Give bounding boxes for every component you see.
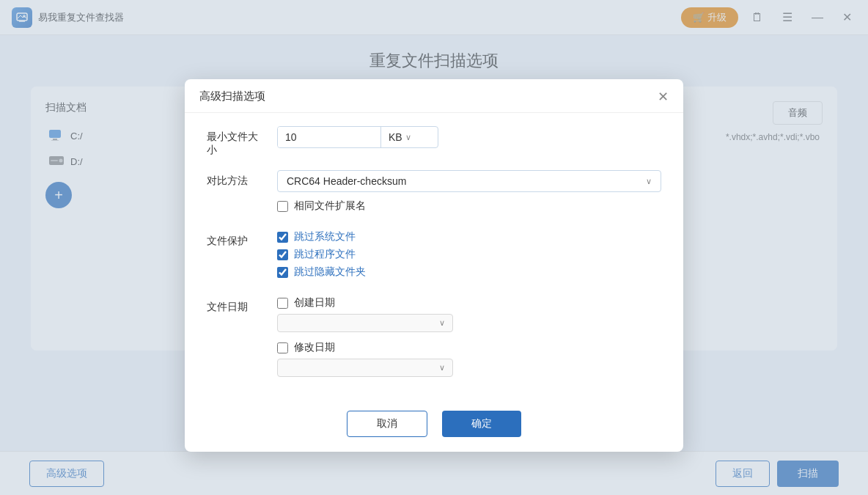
skip-hidden-folders-row: 跳过隐藏文件夹 [277, 265, 661, 279]
min-file-size-control: KB ∨ [277, 126, 661, 148]
size-unit-label: KB [389, 131, 402, 143]
create-date-checkbox[interactable] [277, 298, 288, 309]
dialog-body: 最小文件大小 KB ∨ 对比方法 CRC64 Header-checksum ∨ [185, 113, 683, 403]
dialog-header: 高级扫描选项 ✕ [185, 79, 683, 113]
modify-date-label: 修改日期 [294, 341, 335, 354]
dialog-cancel-button[interactable]: 取消 [347, 411, 427, 437]
create-date-label: 创建日期 [294, 296, 335, 309]
file-protection-row: 文件保护 跳过系统文件 跳过程序文件 跳过隐藏文件夹 [207, 230, 661, 283]
file-protection-control: 跳过系统文件 跳过程序文件 跳过隐藏文件夹 [277, 230, 661, 283]
skip-program-files-row: 跳过程序文件 [277, 248, 661, 261]
file-date-label: 文件日期 [207, 296, 265, 314]
compare-method-select[interactable]: CRC64 Header-checksum ∨ [277, 170, 661, 192]
size-unit-select[interactable]: KB ∨ [380, 127, 419, 147]
min-file-size-row: 最小文件大小 KB ∨ [207, 126, 661, 157]
modify-date-select[interactable]: ∨ [277, 359, 453, 377]
skip-program-files-label: 跳过程序文件 [294, 248, 356, 261]
compare-method-label: 对比方法 [207, 170, 265, 188]
compare-method-chevron-icon: ∨ [646, 177, 652, 186]
modify-date-checkbox-row: 修改日期 [277, 341, 661, 354]
compare-method-control: CRC64 Header-checksum ∨ 相同文件扩展名 [277, 170, 661, 217]
min-file-size-label: 最小文件大小 [207, 126, 265, 157]
size-unit-chevron-icon: ∨ [405, 133, 411, 142]
skip-system-files-row: 跳过系统文件 [277, 230, 661, 243]
create-date-checkbox-row: 创建日期 [277, 296, 661, 309]
skip-hidden-folders-label: 跳过隐藏文件夹 [294, 265, 366, 279]
same-extension-checkbox[interactable] [277, 201, 288, 212]
compare-method-value: CRC64 Header-checksum [287, 175, 406, 187]
skip-hidden-folders-checkbox[interactable] [277, 267, 288, 278]
dialog-confirm-button[interactable]: 确定 [442, 411, 521, 437]
dialog-footer: 取消 确定 [185, 411, 683, 437]
create-date-select[interactable]: ∨ [277, 314, 453, 332]
same-extension-row: 相同文件扩展名 [277, 199, 661, 213]
file-protection-label: 文件保护 [207, 230, 265, 248]
skip-system-files-label: 跳过系统文件 [294, 230, 356, 243]
create-date-chevron-icon: ∨ [439, 318, 445, 328]
modify-date-chevron-icon: ∨ [439, 363, 445, 373]
modify-date-checkbox[interactable] [277, 342, 288, 353]
size-input-container: KB ∨ [277, 126, 438, 148]
advanced-scan-dialog: 高级扫描选项 ✕ 最小文件大小 KB ∨ 对比方法 CRC64 Head [185, 79, 683, 452]
dialog-close-button[interactable]: ✕ [658, 90, 669, 103]
dialog-title: 高级扫描选项 [199, 89, 265, 103]
compare-method-row: 对比方法 CRC64 Header-checksum ∨ 相同文件扩展名 [207, 170, 661, 217]
skip-program-files-checkbox[interactable] [277, 249, 288, 260]
same-extension-label: 相同文件扩展名 [294, 199, 366, 213]
skip-system-files-checkbox[interactable] [277, 232, 288, 243]
file-date-row: 文件日期 创建日期 ∨ 修改日期 ∨ [207, 296, 661, 377]
file-date-control: 创建日期 ∨ 修改日期 ∨ [277, 296, 661, 377]
min-file-size-input[interactable] [278, 127, 380, 147]
